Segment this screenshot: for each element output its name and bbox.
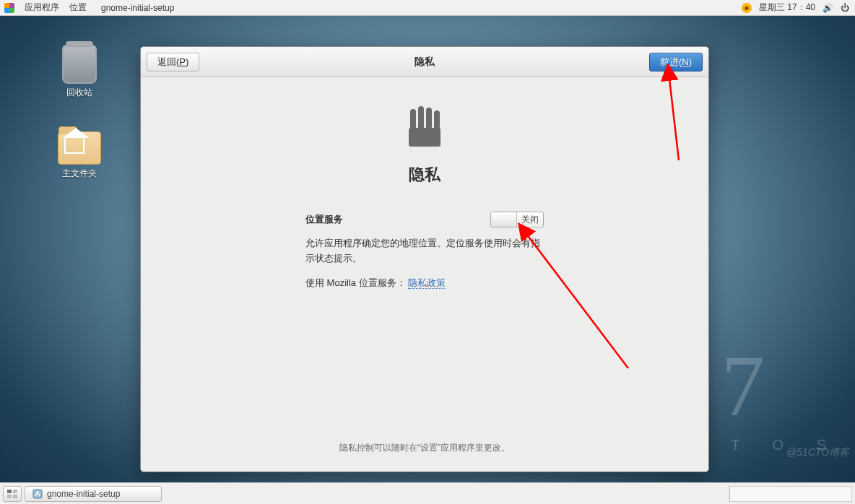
menu-applications[interactable]: 应用程序 <box>25 1 59 14</box>
power-icon[interactable]: ⏻ <box>841 3 849 13</box>
taskbar-task-label: gnome-initial-setup <box>47 489 120 499</box>
centos-logo-icon <box>4 3 14 13</box>
dialog-title: 隐私 <box>199 56 649 69</box>
notification-icon[interactable]: ☻ <box>742 3 752 13</box>
taskbar-task[interactable]: gnome-initial-setup <box>25 486 162 502</box>
svg-rect-1 <box>410 109 416 131</box>
initial-setup-dialog: 返回(P) 隐私 前进(N) 隐私 <box>140 46 709 472</box>
svg-rect-9 <box>7 495 12 498</box>
volume-icon[interactable]: 🔊 <box>823 3 833 13</box>
svg-rect-10 <box>13 495 17 498</box>
svg-rect-4 <box>434 110 440 131</box>
dialog-titlebar: 返回(P) 隐私 前进(N) <box>141 47 708 77</box>
clock[interactable]: 星期三 17：40 <box>759 1 815 14</box>
privacy-policy-link[interactable]: 隐私政策 <box>408 277 446 289</box>
desktop-icon-label: 主文件夹 <box>51 168 108 180</box>
privacy-hand-icon <box>399 99 451 151</box>
panel-app-title: gnome-initial-setup <box>101 3 174 13</box>
next-button[interactable]: 前进(N) <box>649 53 703 71</box>
app-icon <box>32 489 43 499</box>
location-service-row: 位置服务 关闭 <box>305 212 544 227</box>
taskbar: gnome-initial-setup <box>0 482 855 504</box>
switch-knob <box>491 212 517 227</box>
desktop-icon-trash[interactable]: 回收站 <box>51 45 108 99</box>
svg-rect-2 <box>418 106 424 131</box>
dialog-heading: 隐私 <box>409 164 440 186</box>
policy-line: 使用 Mozilla 位置服务： 隐私政策 <box>305 277 544 290</box>
desktop-icon-label: 回收站 <box>51 87 108 99</box>
menu-places[interactable]: 位置 <box>69 1 87 14</box>
svg-rect-3 <box>426 108 432 131</box>
watermark: @51CTO博客 <box>786 446 849 459</box>
location-service-description: 允许应用程序确定您的地理位置。定位服务使用时会有指示状态提示。 <box>305 236 544 266</box>
workspaces-icon <box>7 490 17 498</box>
show-desktop-button[interactable] <box>3 486 22 502</box>
dialog-footer-note: 隐私控制可以随时在“设置”应用程序里更改。 <box>339 427 510 472</box>
switch-state: 关闭 <box>517 214 543 226</box>
taskbar-tray[interactable] <box>729 486 852 502</box>
location-service-switch[interactable]: 关闭 <box>490 212 544 227</box>
dialog-body: 隐私 位置服务 关闭 允许应用程序确定您的地理位置。定位服务使用时会有指示状态提… <box>141 77 708 472</box>
location-service-label: 位置服务 <box>305 213 343 226</box>
home-folder-icon <box>58 131 101 165</box>
svg-rect-8 <box>13 490 17 493</box>
svg-rect-7 <box>7 490 12 493</box>
desktop-background: 回收站 主文件夹 7 E N T O S 返回(P) 隐私 前进(N) <box>0 16 855 482</box>
trash-icon <box>62 45 97 84</box>
back-button[interactable]: 返回(P) <box>147 53 199 71</box>
desktop-icon-home[interactable]: 主文件夹 <box>51 131 108 180</box>
top-panel: 应用程序 位置 gnome-initial-setup ☻ 星期三 17：40 … <box>0 0 855 16</box>
